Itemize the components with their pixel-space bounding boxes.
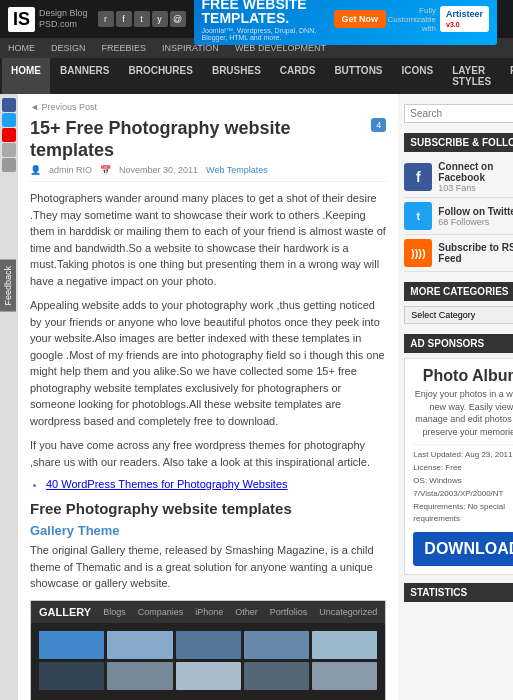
ad-requirements: Requirements: No special requirements [413, 501, 513, 527]
facebook-icon: f [404, 163, 432, 191]
email-mini-icon[interactable]: @ [170, 11, 186, 27]
facebook-info: Connect on Facebook 103 Fans [438, 161, 513, 193]
main-content: Previous Post 15+ Free Photography websi… [18, 94, 398, 700]
main-nav-icons[interactable]: ICONS [393, 58, 443, 94]
gallery-cell-3 [176, 631, 241, 659]
main-nav-layer-styles[interactable]: LAYER STYLES [443, 58, 500, 94]
twitter-icon: t [404, 202, 432, 230]
article-para-2: Appealing website adds to your photograp… [30, 297, 386, 429]
gallery-tab-iphone[interactable]: iPhone [195, 607, 223, 617]
gallery-theme-title: Gallery Theme [30, 523, 386, 538]
subscribe-title: SUBSCRIBE & FOLLOW [404, 133, 513, 152]
comment-count-badge: 4 [371, 118, 386, 132]
artisteer-badge: Artisteer v3.0 [440, 6, 489, 32]
article-para-1: Photographers wander around many places … [30, 190, 386, 289]
subscribe-section: SUBSCRIBE & FOLLOW f Connect on Facebook… [404, 133, 513, 272]
page-layout: Previous Post 15+ Free Photography websi… [0, 94, 513, 700]
gallery-cell-6 [39, 662, 104, 690]
article-category[interactable]: Web Templates [206, 165, 268, 175]
gallery-desc: The original Gallery theme, released by … [30, 542, 386, 592]
ad-box: Photo Album Enjoy your photos in a whole… [404, 358, 513, 575]
gallery-cell-10 [312, 662, 377, 690]
fb-mini-icon[interactable]: f [116, 11, 132, 27]
logo-area: IS Design Blog PSD.com r f t y @ [8, 7, 186, 32]
fully-customizable-label: Fully Customizable with [386, 6, 436, 33]
main-nav-brushes[interactable]: BRUSHES [203, 58, 270, 94]
main-nav-cards[interactable]: CARDS [271, 58, 325, 94]
main-nav-brochures[interactable]: BROCHURES [119, 58, 201, 94]
banner-text: FREE WEBSITE TEMPLATES. Joomla!™, Wordpr… [202, 0, 334, 41]
artisteer-area: Fully Customizable with Artisteer v3.0 [386, 6, 489, 33]
search-input[interactable] [404, 104, 513, 123]
tw-mini-icon[interactable]: t [134, 11, 150, 27]
top-nav-freebies[interactable]: FREEBIES [94, 38, 155, 58]
share-icon-4[interactable] [2, 143, 16, 157]
wordpress-themes-link[interactable]: 40 WordPress Themes for Photography Webs… [46, 478, 288, 490]
facebook-row[interactable]: f Connect on Facebook 103 Fans [404, 157, 513, 198]
twitter-info: Follow on Twitter 68 Followers [438, 206, 513, 227]
ad-sponsors-title: AD SPONSORS [404, 334, 513, 353]
twitter-row[interactable]: t Follow on Twitter 68 Followers [404, 198, 513, 235]
share-icon-2[interactable] [2, 113, 16, 127]
article-para-3: If you have come across any free wordpre… [30, 437, 386, 470]
main-nav-buttons[interactable]: BUTTONS [325, 58, 391, 94]
gallery-cell-7 [107, 662, 172, 690]
article-date: November 30, 2011 [119, 165, 198, 175]
link-list: 40 WordPress Themes for Photography Webs… [46, 478, 386, 490]
calendar-icon: 📅 [100, 165, 111, 175]
gallery-cell-8 [176, 662, 241, 690]
article-meta: 👤 admin RIO 📅 November 30, 2011 Web Temp… [30, 165, 386, 182]
top-nav-home[interactable]: HOME [0, 38, 43, 58]
ad-license: License: Free [413, 462, 513, 475]
ad-description: Enjoy your photos in a whole new way. Ea… [413, 388, 513, 438]
get-now-button[interactable]: Get Now [334, 10, 387, 28]
category-select[interactable]: Select Category [404, 306, 513, 324]
download-button[interactable]: Download [413, 532, 513, 566]
top-nav-webdev[interactable]: WEB DEVELOPMENT [227, 38, 334, 58]
ad-last-update: Last Updated: Aug 23, 2011 [413, 449, 513, 462]
gallery-tab-other[interactable]: Other [235, 607, 258, 617]
prev-post-link[interactable]: Previous Post [30, 102, 386, 112]
share-icon-5[interactable] [2, 158, 16, 172]
user-icon: 👤 [30, 165, 41, 175]
gallery-cell-2 [107, 631, 172, 659]
top-nav-design[interactable]: DESIGN [43, 38, 94, 58]
top-header: IS Design Blog PSD.com r f t y @ FREE WE… [0, 0, 513, 38]
ad-meta: Last Updated: Aug 23, 2011 License: Free… [413, 444, 513, 526]
rss-info: Subscribe to RSS Feed [438, 242, 513, 264]
gallery-cell-5 [312, 631, 377, 659]
top-nav-inspiration[interactable]: INSPIRATION [154, 38, 227, 58]
gallery-tab-blogs[interactable]: Blogs [103, 607, 126, 617]
main-nav-patterns[interactable]: PATTERNS [501, 58, 513, 94]
share-icon-3[interactable] [2, 128, 16, 142]
gallery-tab-companies[interactable]: Companies [138, 607, 184, 617]
left-icons [0, 94, 18, 700]
article-title: 15+ Free Photography website templates [30, 118, 371, 161]
main-nav-home[interactable]: HOME [2, 58, 50, 94]
search-box: Search [404, 104, 513, 123]
main-navigation: HOME BANNERS BROCHURES BRUSHES CARDS BUT… [0, 58, 513, 94]
author-name: admin RIO [49, 165, 92, 175]
ad-product-name: Photo Album [413, 367, 513, 385]
gallery-logo: GALLERY [39, 606, 91, 618]
rss-icon: )))) [404, 239, 432, 267]
rss-row[interactable]: )))) Subscribe to RSS Feed [404, 235, 513, 272]
yt-mini-icon[interactable]: y [152, 11, 168, 27]
main-nav-banners[interactable]: BANNERS [51, 58, 118, 94]
gallery-grid [31, 623, 385, 698]
gallery-theme-preview: GALLERY Blogs Companies iPhone Other Por… [30, 600, 386, 700]
gallery-tab-uncategorized[interactable]: Uncategorized [319, 607, 377, 617]
more-categories-title: MORE CATEGORIES [404, 282, 513, 301]
logo-text: Design Blog PSD.com [39, 8, 88, 30]
logo-is-badge: IS [8, 7, 35, 32]
gallery-tab-portfolios[interactable]: Portfolios [270, 607, 308, 617]
rss-icon[interactable]: r [98, 11, 114, 27]
statistics-title: STATISTICS [404, 583, 513, 602]
gallery-cell-1 [39, 631, 104, 659]
sidebar: Search SUBSCRIBE & FOLLOW f Connect on F… [398, 94, 513, 700]
gallery-cell-4 [244, 631, 309, 659]
share-icon-1[interactable] [2, 98, 16, 112]
feedback-tab[interactable]: Feedback [0, 260, 16, 312]
gallery-cell-9 [244, 662, 309, 690]
header-social-icons: r f t y @ [98, 11, 186, 27]
